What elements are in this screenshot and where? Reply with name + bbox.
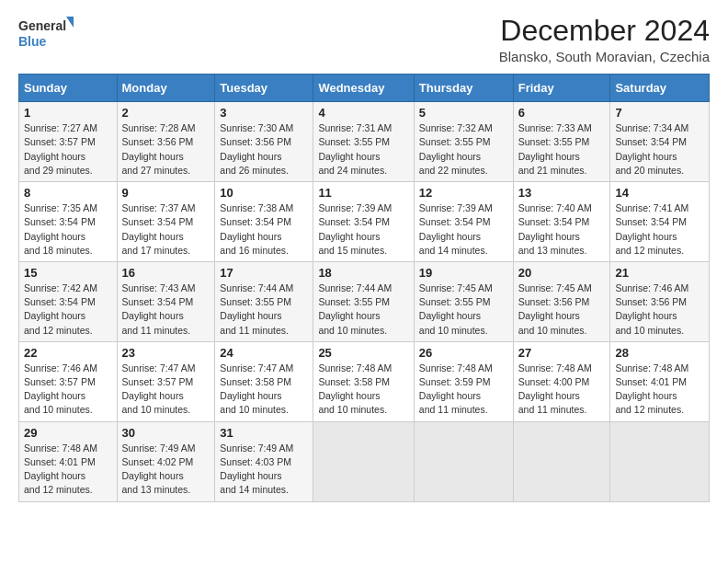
- page: General Blue December 2024 Blansko, Sout…: [0, 0, 728, 563]
- calendar-cell: 9 Sunrise: 7:37 AMSunset: 3:54 PMDayligh…: [117, 182, 215, 262]
- header-saturday: Saturday: [610, 75, 710, 102]
- header-friday: Friday: [513, 75, 610, 102]
- calendar-cell: 28 Sunrise: 7:48 AMSunset: 4:01 PMDaylig…: [610, 341, 710, 421]
- calendar-cell: 25 Sunrise: 7:48 AMSunset: 3:58 PMDaylig…: [313, 341, 414, 421]
- calendar-table: Sunday Monday Tuesday Wednesday Thursday…: [18, 74, 710, 501]
- header-wednesday: Wednesday: [313, 75, 414, 102]
- calendar-cell: 19 Sunrise: 7:45 AMSunset: 3:55 PMDaylig…: [414, 261, 513, 341]
- calendar-cell: [313, 421, 414, 501]
- day-number: 25: [318, 346, 408, 360]
- calendar-cell: 11 Sunrise: 7:39 AMSunset: 3:54 PMDaylig…: [313, 182, 414, 262]
- cell-info: Sunrise: 7:31 AMSunset: 3:55 PMDaylight …: [318, 122, 392, 176]
- calendar-cell: 16 Sunrise: 7:43 AMSunset: 3:54 PMDaylig…: [117, 261, 215, 341]
- header: General Blue December 2024 Blansko, Sout…: [18, 15, 710, 64]
- svg-text:Blue: Blue: [18, 34, 47, 49]
- day-number: 7: [615, 106, 704, 120]
- cell-info: Sunrise: 7:32 AMSunset: 3:55 PMDaylight …: [419, 122, 493, 176]
- day-number: 3: [220, 106, 308, 120]
- calendar-cell: [513, 421, 610, 501]
- cell-info: Sunrise: 7:47 AMSunset: 3:57 PMDaylight …: [122, 362, 196, 416]
- cell-info: Sunrise: 7:46 AMSunset: 3:57 PMDaylight …: [24, 362, 97, 416]
- calendar-cell: 10 Sunrise: 7:38 AMSunset: 3:54 PMDaylig…: [215, 182, 313, 262]
- calendar-cell: 20 Sunrise: 7:45 AMSunset: 3:56 PMDaylig…: [513, 261, 610, 341]
- calendar-cell: 29 Sunrise: 7:48 AMSunset: 4:01 PMDaylig…: [19, 421, 118, 501]
- logo: General Blue: [18, 15, 74, 52]
- calendar-cell: 31 Sunrise: 7:49 AMSunset: 4:03 PMDaylig…: [215, 421, 313, 501]
- calendar-cell: [414, 421, 513, 501]
- calendar-header-row: Sunday Monday Tuesday Wednesday Thursday…: [19, 75, 710, 102]
- calendar-cell: 12 Sunrise: 7:39 AMSunset: 3:54 PMDaylig…: [414, 182, 513, 262]
- day-number: 31: [220, 426, 308, 440]
- day-number: 6: [518, 106, 606, 120]
- calendar-cell: 8 Sunrise: 7:35 AMSunset: 3:54 PMDayligh…: [19, 182, 118, 262]
- calendar-cell: 1 Sunrise: 7:27 AMSunset: 3:57 PMDayligh…: [19, 102, 118, 182]
- title-block: December 2024 Blansko, South Moravian, C…: [499, 15, 710, 64]
- day-number: 11: [318, 186, 408, 200]
- cell-info: Sunrise: 7:38 AMSunset: 3:54 PMDaylight …: [220, 202, 293, 256]
- cell-info: Sunrise: 7:45 AMSunset: 3:56 PMDaylight …: [518, 282, 592, 336]
- cell-info: Sunrise: 7:48 AMSunset: 4:01 PMDaylight …: [615, 362, 688, 416]
- week-row-2: 8 Sunrise: 7:35 AMSunset: 3:54 PMDayligh…: [19, 182, 710, 262]
- day-number: 5: [419, 106, 508, 120]
- week-row-3: 15 Sunrise: 7:42 AMSunset: 3:54 PMDaylig…: [19, 261, 710, 341]
- day-number: 12: [419, 186, 508, 200]
- cell-info: Sunrise: 7:30 AMSunset: 3:56 PMDaylight …: [220, 122, 293, 176]
- calendar-cell: 27 Sunrise: 7:48 AMSunset: 4:00 PMDaylig…: [513, 341, 610, 421]
- cell-info: Sunrise: 7:33 AMSunset: 3:55 PMDaylight …: [518, 122, 592, 176]
- day-number: 16: [122, 266, 210, 280]
- week-row-5: 29 Sunrise: 7:48 AMSunset: 4:01 PMDaylig…: [19, 421, 710, 501]
- day-number: 9: [122, 186, 210, 200]
- calendar-cell: 2 Sunrise: 7:28 AMSunset: 3:56 PMDayligh…: [117, 102, 215, 182]
- svg-marker-2: [66, 17, 74, 28]
- header-thursday: Thursday: [414, 75, 513, 102]
- calendar-cell: 6 Sunrise: 7:33 AMSunset: 3:55 PMDayligh…: [513, 102, 610, 182]
- day-number: 21: [615, 266, 704, 280]
- cell-info: Sunrise: 7:39 AMSunset: 3:54 PMDaylight …: [419, 202, 493, 256]
- day-number: 14: [615, 186, 704, 200]
- day-number: 17: [220, 266, 308, 280]
- cell-info: Sunrise: 7:44 AMSunset: 3:55 PMDaylight …: [318, 282, 392, 336]
- day-number: 20: [518, 266, 606, 280]
- calendar-cell: 15 Sunrise: 7:42 AMSunset: 3:54 PMDaylig…: [19, 261, 118, 341]
- calendar-cell: 18 Sunrise: 7:44 AMSunset: 3:55 PMDaylig…: [313, 261, 414, 341]
- day-number: 18: [318, 266, 408, 280]
- cell-info: Sunrise: 7:46 AMSunset: 3:56 PMDaylight …: [615, 282, 688, 336]
- day-number: 29: [24, 426, 112, 440]
- day-number: 22: [24, 346, 112, 360]
- header-sunday: Sunday: [19, 75, 118, 102]
- day-number: 13: [518, 186, 606, 200]
- day-number: 24: [220, 346, 308, 360]
- calendar-cell: [610, 421, 710, 501]
- cell-info: Sunrise: 7:42 AMSunset: 3:54 PMDaylight …: [24, 282, 97, 336]
- day-number: 23: [122, 346, 210, 360]
- cell-info: Sunrise: 7:40 AMSunset: 3:54 PMDaylight …: [518, 202, 592, 256]
- day-number: 28: [615, 346, 704, 360]
- day-number: 4: [318, 106, 408, 120]
- calendar-cell: 14 Sunrise: 7:41 AMSunset: 3:54 PMDaylig…: [610, 182, 710, 262]
- cell-info: Sunrise: 7:34 AMSunset: 3:54 PMDaylight …: [615, 122, 688, 176]
- cell-info: Sunrise: 7:35 AMSunset: 3:54 PMDaylight …: [24, 202, 97, 256]
- calendar-cell: 30 Sunrise: 7:49 AMSunset: 4:02 PMDaylig…: [117, 421, 215, 501]
- calendar-cell: 26 Sunrise: 7:48 AMSunset: 3:59 PMDaylig…: [414, 341, 513, 421]
- cell-info: Sunrise: 7:45 AMSunset: 3:55 PMDaylight …: [419, 282, 493, 336]
- calendar-cell: 4 Sunrise: 7:31 AMSunset: 3:55 PMDayligh…: [313, 102, 414, 182]
- calendar-cell: 13 Sunrise: 7:40 AMSunset: 3:54 PMDaylig…: [513, 182, 610, 262]
- calendar-cell: 22 Sunrise: 7:46 AMSunset: 3:57 PMDaylig…: [19, 341, 118, 421]
- calendar-cell: 5 Sunrise: 7:32 AMSunset: 3:55 PMDayligh…: [414, 102, 513, 182]
- day-number: 26: [419, 346, 508, 360]
- day-number: 30: [122, 426, 210, 440]
- cell-info: Sunrise: 7:48 AMSunset: 4:00 PMDaylight …: [518, 362, 592, 416]
- calendar-cell: 21 Sunrise: 7:46 AMSunset: 3:56 PMDaylig…: [610, 261, 710, 341]
- day-number: 2: [122, 106, 210, 120]
- location: Blansko, South Moravian, Czechia: [499, 49, 710, 64]
- day-number: 10: [220, 186, 308, 200]
- month-title: December 2024: [499, 15, 710, 47]
- cell-info: Sunrise: 7:49 AMSunset: 4:02 PMDaylight …: [122, 442, 196, 496]
- cell-info: Sunrise: 7:48 AMSunset: 3:58 PMDaylight …: [318, 362, 392, 416]
- cell-info: Sunrise: 7:48 AMSunset: 3:59 PMDaylight …: [419, 362, 493, 416]
- header-tuesday: Tuesday: [215, 75, 313, 102]
- cell-info: Sunrise: 7:43 AMSunset: 3:54 PMDaylight …: [122, 282, 196, 336]
- cell-info: Sunrise: 7:28 AMSunset: 3:56 PMDaylight …: [122, 122, 196, 176]
- calendar-cell: 17 Sunrise: 7:44 AMSunset: 3:55 PMDaylig…: [215, 261, 313, 341]
- cell-info: Sunrise: 7:27 AMSunset: 3:57 PMDaylight …: [24, 122, 97, 176]
